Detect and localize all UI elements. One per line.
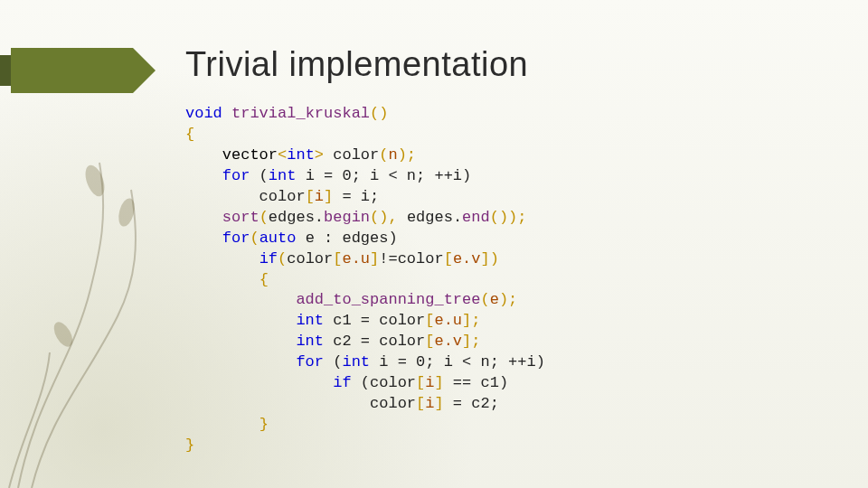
txt: color xyxy=(185,188,306,205)
svg-point-1 xyxy=(116,196,137,228)
paren: ( xyxy=(259,209,269,226)
kw-auto: auto xyxy=(259,230,297,247)
brace: { xyxy=(185,126,194,143)
svg-point-2 xyxy=(51,319,77,350)
bracket: [ xyxy=(416,395,425,412)
kw-int: int xyxy=(287,146,315,164)
bracket: [ xyxy=(425,312,434,329)
txt: (color xyxy=(352,374,416,391)
paren: ( xyxy=(480,291,489,308)
txt: = c2; xyxy=(444,395,499,412)
id-color: color xyxy=(287,250,333,267)
id-n: n xyxy=(388,146,397,164)
kw-int: int xyxy=(269,167,297,184)
op-neq: != xyxy=(379,250,397,267)
paren: ( xyxy=(250,230,259,247)
kw-for: for xyxy=(222,167,250,184)
id-color: color xyxy=(370,395,416,412)
paren: ); xyxy=(398,146,416,164)
brace: } xyxy=(259,416,269,433)
angle: < xyxy=(278,146,287,164)
id-edges: edges xyxy=(407,209,453,226)
fn-name: trivial_kruskal xyxy=(231,105,370,122)
id-ev: e.v xyxy=(453,250,481,267)
bracket: ] xyxy=(434,395,443,412)
id-e: e xyxy=(490,291,499,308)
fn-add: add_to_spanning_tree xyxy=(296,291,480,308)
txt: ( xyxy=(324,353,342,371)
id-i: i xyxy=(425,374,434,391)
fn-sort: sort xyxy=(222,209,259,226)
txt: == c1) xyxy=(444,374,508,391)
txt: c1 = color xyxy=(324,312,425,329)
id-edges: edges xyxy=(269,209,315,226)
kw-int: int xyxy=(296,312,324,329)
paren: ()); xyxy=(490,209,527,226)
kw-int: int xyxy=(296,333,324,350)
brace: } xyxy=(185,436,194,454)
txt: c2 = color xyxy=(324,333,425,350)
bracket: [ xyxy=(333,250,342,267)
bracket: ]; xyxy=(462,312,480,329)
bracket: ]; xyxy=(462,333,480,350)
angle: > xyxy=(315,146,324,164)
bracket: ] xyxy=(370,250,379,267)
slide-title: Trivial implementation xyxy=(185,45,528,84)
slide: Trivial implementation void trivial_krus… xyxy=(0,0,868,488)
paren: ( xyxy=(278,250,287,267)
bracket: [ xyxy=(416,374,425,391)
kw-void: void xyxy=(185,105,222,122)
kw-for: for xyxy=(222,230,250,247)
paren: (), xyxy=(370,209,407,226)
ribbon-decoration xyxy=(0,48,156,93)
brace: { xyxy=(259,271,269,288)
txt: color xyxy=(324,146,379,164)
svg-marker-3 xyxy=(0,55,13,86)
svg-marker-4 xyxy=(11,48,156,93)
kw-if: if xyxy=(259,250,278,267)
dot: . xyxy=(315,209,324,226)
paren: ( xyxy=(370,105,379,122)
id-i: i xyxy=(315,188,324,205)
kw-for: for xyxy=(296,353,324,371)
bracket: ] xyxy=(324,188,333,205)
bracket: [ xyxy=(306,188,315,205)
bracket: ]) xyxy=(481,250,499,267)
txt: i = 0; i < n; ++i) xyxy=(370,353,545,371)
kw-int: int xyxy=(342,353,370,371)
id-ev: e.v xyxy=(434,333,462,350)
paren: ( xyxy=(379,146,388,164)
dot: . xyxy=(453,209,462,226)
bracket: [ xyxy=(425,333,434,350)
svg-point-0 xyxy=(81,163,108,199)
id-vector: vector xyxy=(222,146,278,164)
bracket: ] xyxy=(434,374,443,391)
id-i: i xyxy=(425,395,434,412)
bracket: [ xyxy=(444,250,453,267)
txt: ( xyxy=(250,167,268,184)
kw-if: if xyxy=(333,374,351,391)
fn-begin: begin xyxy=(324,209,370,226)
id-eu: e.u xyxy=(342,250,370,267)
id-eu: e.u xyxy=(434,312,462,329)
code-block: void trivial_kruskal() { vector<int> col… xyxy=(185,104,545,456)
txt: e : edges) xyxy=(296,230,397,247)
txt: i = 0; i < n; ++i) xyxy=(296,167,471,184)
txt: = i; xyxy=(333,188,379,205)
id-color: color xyxy=(398,250,444,267)
paren: ); xyxy=(499,291,517,308)
fn-end: end xyxy=(462,209,490,226)
paren: ) xyxy=(379,105,388,122)
